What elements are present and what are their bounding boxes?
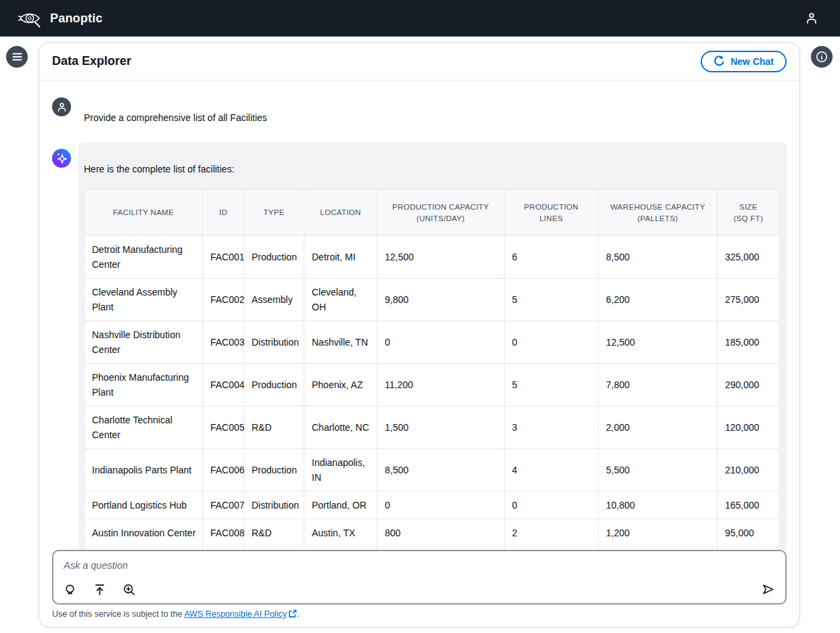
table-cell: Assembly	[244, 279, 304, 321]
account-button[interactable]	[801, 7, 822, 29]
table-cell: FAC006	[203, 449, 244, 492]
table-cell: Indianapolis Parts Plant	[85, 449, 203, 492]
table-cell: Production	[244, 449, 304, 492]
table-row: Phoenix Manufacturing PlantFAC004Product…	[85, 364, 780, 406]
legal-text-after: .	[297, 609, 299, 619]
table-cell: Distribution	[244, 321, 304, 364]
table-cell: FAC004	[203, 364, 244, 406]
send-button[interactable]	[760, 581, 776, 597]
table-cell: FAC005	[203, 406, 244, 449]
app-title: Panoptic	[50, 11, 103, 26]
upload-icon	[94, 584, 106, 596]
table-cell: 0	[377, 321, 505, 364]
table-row: Portland Logistics HubFAC007Distribution…	[85, 492, 780, 519]
table-cell: Austin Innovation Center	[85, 519, 203, 547]
table-cell: 10,800	[599, 492, 718, 519]
panel-header: Data Explorer New Chat	[39, 43, 799, 80]
table-cell: Nashville Distribution Center	[85, 321, 203, 364]
table-cell: Production	[244, 364, 304, 406]
zoom-in-button[interactable]	[122, 582, 137, 597]
column-header: ID	[203, 190, 244, 236]
top-bar: Panoptic	[0, 0, 840, 37]
table-cell: Austin, TX	[304, 519, 377, 547]
assistant-message: Here is the complete list of facilities:…	[39, 143, 799, 550]
refresh-icon	[714, 55, 725, 67]
table-cell: 1,500	[377, 406, 505, 449]
zoom-in-icon	[123, 584, 135, 596]
table-cell: 11,200	[377, 364, 505, 406]
table-cell: 120,000	[718, 406, 780, 449]
table-cell: 325,000	[718, 236, 780, 279]
table-cell: 95,000	[718, 519, 780, 547]
table-cell: 2	[505, 519, 599, 547]
table-cell: 12,500	[377, 236, 505, 279]
upload-button[interactable]	[92, 582, 107, 597]
table-cell: 0	[377, 492, 505, 519]
info-icon	[816, 51, 828, 63]
suggestions-button[interactable]	[62, 582, 77, 597]
table-cell: 165,000	[718, 492, 780, 519]
hamburger-icon	[12, 53, 22, 61]
column-header: PRODUCTION LINES	[505, 190, 599, 236]
menu-button[interactable]	[6, 46, 28, 68]
table-cell: 6	[505, 236, 599, 279]
table-cell: 5,500	[599, 449, 718, 492]
column-header: SIZE (SQ FT)	[718, 190, 780, 236]
table-row: Charlotte Technical CenterFAC005R&DCharl…	[85, 406, 780, 449]
table-cell: 0	[505, 492, 599, 519]
table-cell: Nashville, TN	[304, 321, 377, 364]
table-cell: 12,500	[599, 321, 718, 364]
user-avatar	[52, 97, 71, 116]
legal-text-before: Use of this service is subject to the	[52, 609, 184, 619]
table-cell: 800	[377, 519, 505, 547]
table-cell: R&D	[244, 406, 304, 449]
data-explorer-panel: Data Explorer New Chat Provide a compreh…	[39, 42, 800, 628]
user-message: Provide a comprehensive list of all Faci…	[39, 97, 799, 123]
table-cell: 210,000	[718, 449, 780, 492]
table-cell: 6,200	[599, 279, 718, 321]
responsible-ai-policy-link[interactable]: AWS Responsible AI Policy	[184, 609, 287, 619]
table-cell: 2,000	[599, 406, 718, 449]
table-cell: Indianapolis, IN	[304, 449, 377, 492]
table-cell: FAC001	[203, 236, 244, 279]
table-row: Indianapolis Parts PlantFAC006Production…	[85, 449, 780, 492]
table-cell: Cleveland Assembly Plant	[85, 279, 203, 321]
assistant-bubble: Here is the complete list of facilities:…	[78, 143, 787, 550]
column-header: FACILITY NAME	[85, 190, 203, 236]
table-cell: Phoenix Manufacturing Plant	[85, 364, 203, 406]
table-row: Austin Innovation CenterFAC008R&DAustin,…	[85, 519, 780, 547]
new-chat-label: New Chat	[730, 56, 774, 67]
info-button[interactable]	[811, 46, 833, 68]
table-cell: R&D	[244, 519, 304, 547]
table-cell: 3	[505, 406, 599, 449]
chat-scroll-area[interactable]: Provide a comprehensive list of all Faci…	[39, 80, 799, 550]
column-header: TYPE	[244, 190, 304, 236]
brand: Panoptic	[18, 9, 103, 28]
question-input[interactable]	[53, 551, 785, 582]
table-cell: Portland Logistics Hub	[85, 492, 203, 519]
column-header: PRODUCTION CAPACITY (UNITS/DAY)	[377, 190, 505, 236]
send-icon	[761, 582, 775, 596]
table-cell: 8,500	[377, 449, 505, 492]
table-cell: Portland, OR	[304, 492, 377, 519]
table-cell: 4	[505, 449, 599, 492]
panoptic-eye-logo-icon	[18, 9, 42, 28]
assistant-intro-text: Here is the complete list of facilities:	[84, 164, 778, 174]
question-composer	[52, 550, 787, 605]
table-cell: FAC008	[203, 519, 244, 547]
table-cell: Charlotte, NC	[304, 406, 377, 449]
facilities-table: FACILITY NAMEIDTYPELOCATIONPRODUCTION CA…	[84, 189, 780, 550]
new-chat-button[interactable]: New Chat	[701, 51, 787, 72]
table-cell: FAC002	[203, 279, 244, 321]
table-cell: Detroit Manufacturing Center	[85, 236, 203, 279]
table-row: Cleveland Assembly PlantFAC002AssemblyCl…	[85, 279, 780, 321]
legal-notice: Use of this service is subject to the AW…	[52, 609, 787, 620]
table-cell: FAC007	[203, 492, 244, 519]
lightbulb-icon	[64, 584, 76, 596]
assistant-sparkle-icon	[52, 149, 71, 168]
table-cell: Cleveland, OH	[304, 279, 377, 321]
table-cell: 5	[505, 364, 599, 406]
table-cell: 8,500	[599, 236, 718, 279]
table-header-row: FACILITY NAMEIDTYPELOCATIONPRODUCTION CA…	[85, 190, 780, 236]
column-header: WAREHOUSE CAPACITY (PALLETS)	[599, 190, 718, 236]
